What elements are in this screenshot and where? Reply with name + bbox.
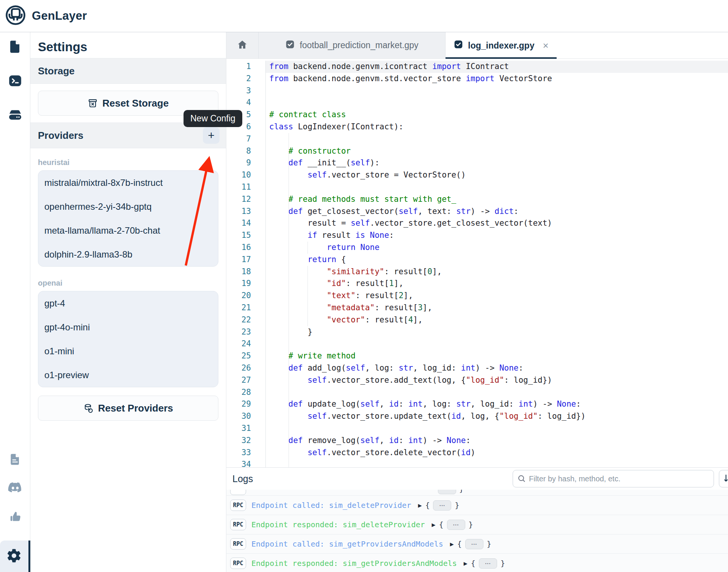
feedback-button[interactable] [6,509,24,526]
editor-tabbar: football_prediction_market.gpy log_index… [226,32,728,59]
indent-guide [308,242,308,254]
code-line-content: "metadata": result[3], [266,302,728,314]
model-item[interactable]: gpt-4o-mini [38,315,218,339]
indent-guide [289,302,289,314]
home-tab-button[interactable] [226,32,259,59]
logs-filter-input[interactable] [513,470,714,487]
code-line-content: if result is None: [266,229,728,242]
model-list-heuristai: mistralai/mixtral-8x7b-instruct openherm… [38,170,218,267]
indent-guide [289,459,289,467]
code-line-content: def remove_log(self, id: int) -> None: [266,435,728,447]
rpc-badge: RPC [230,519,246,530]
code-line: 25 # write method [226,350,728,362]
close-brace: } [455,501,459,510]
code-line-content: self.vector_store.update_text(id, log, {… [266,410,728,423]
tab-label: football_prediction_market.gpy [300,40,418,50]
code-line: 5# contract class [226,109,728,121]
log-row[interactable]: RPC Endpoint responded: sim_deleteProvid… [226,515,728,534]
code-line-content [266,85,728,97]
changelog-button[interactable] [6,452,24,468]
open-brace: { [457,539,462,548]
code-line: 17 return { [226,254,728,266]
code-line: 30 self.vector_store.update_text(id, log… [226,410,728,423]
model-item[interactable]: openhermes-2-yi-34b-gptq [38,195,218,218]
model-item[interactable]: mistralai/mixtral-8x7b-instruct [38,171,218,195]
collapsed-json-chip[interactable]: ... [479,558,497,569]
indent-guide [289,181,289,193]
line-number: 12 [226,193,266,206]
model-item[interactable]: dolphin-2.9-llama3-8b [38,242,218,266]
code-editor[interactable]: 1from backend.node.genvm.icontract impor… [226,59,728,467]
code-line: 1from backend.node.genvm.icontract impor… [226,61,728,73]
model-item[interactable]: o1-mini [38,339,218,363]
home-icon [237,39,248,52]
log-row[interactable]: RPC Endpoint called: sim_getProvidersAnd… [226,534,728,554]
line-number: 29 [226,398,266,410]
indent-guide [289,423,289,435]
code-line-content: } [266,326,728,338]
code-line: 18 "similarity": result[0], [226,266,728,278]
code-line-content: from backend.node.genvm.std.vector_store… [266,73,728,85]
code-line-content: self.vector_store.delete_vector(id) [266,447,728,459]
code-line: 14 result = self.vector_store.get_closes… [226,217,728,229]
expand-triangle-icon[interactable]: ▶ [450,541,454,547]
indent-guide [308,314,308,326]
indent-guide [289,374,289,387]
logs-title: Logs [232,473,253,484]
code-line-content: "text": result[2], [266,290,728,302]
model-item[interactable]: gpt-4 [38,291,218,315]
contracts-file-button[interactable] [6,39,24,56]
model-item[interactable]: o1-preview [38,363,218,387]
close-brace: } [500,559,505,568]
expand-triangle-icon[interactable]: ▶ [418,503,422,508]
tab-log-indexer[interactable]: log_indexer.gpy × [446,32,557,59]
code-line: 21 "metadata": result[3], [226,302,728,314]
collapsed-json-chip[interactable]: ... [465,539,483,549]
log-row-partial[interactable]: } [226,490,728,496]
indent-guide [289,387,289,399]
model-list-openai: gpt-4 gpt-4o-mini o1-mini o1-preview [38,291,218,387]
line-number: 14 [226,217,266,229]
expand-triangle-icon[interactable]: ▶ [432,522,436,528]
storage-section-header: Storage [30,58,226,84]
provider-group-openai: openai [38,279,218,288]
line-number: 31 [226,423,266,435]
code-line-content [266,423,728,435]
code-line: 2from backend.node.genvm.std.vector_stor… [226,73,728,85]
code-line: 7 [226,133,728,145]
code-line-content: # contract class [266,109,728,121]
log-message: Endpoint responded: sim_getProvidersAndM… [251,559,457,568]
storage-section-label: Storage [38,65,75,77]
close-tab-icon[interactable]: × [543,40,548,52]
closing-brace: } [459,490,464,493]
expand-triangle-icon[interactable]: ▶ [464,561,468,566]
code-line-content: "similarity": result[0], [266,266,728,278]
line-number: 9 [226,157,266,169]
terminal-button[interactable] [6,73,24,90]
drive-icon [7,107,23,124]
model-item[interactable]: meta-llama/llama-2-70b-chat [38,218,218,242]
new-config-button[interactable]: + [203,127,220,144]
close-brace: } [469,520,473,529]
tab-football-prediction-market[interactable]: football_prediction_market.gpy [259,32,446,59]
collapsed-json-chip[interactable]: ... [433,500,451,511]
code-line-content: from backend.node.genvm.icontract import… [266,61,728,73]
log-message: Endpoint responded: sim_deleteProvider [251,520,425,529]
log-row[interactable]: RPC Endpoint responded: sim_getProviders… [226,554,728,572]
log-row[interactable]: RPC Endpoint called: sim_deleteProvider … [226,496,728,515]
logs-sort-button[interactable] [719,470,728,487]
line-number: 7 [226,133,266,145]
indent-guide [289,290,289,302]
discord-button[interactable] [6,481,24,497]
settings-button[interactable] [0,541,30,572]
logs-panel: Logs } RPC Endpoint called: sim_del [226,467,728,572]
discord-icon [7,482,23,496]
collapsed-json-chip[interactable]: ... [447,520,465,530]
collapsed-json-chip[interactable] [438,490,456,494]
reset-providers-button[interactable]: Reset Providers [38,396,218,421]
indent-guide [289,193,289,206]
code-line: 22 "vector": result[4], [226,314,728,326]
code-line: 32 def remove_log(self, id: int) -> None… [226,435,728,447]
storage-drive-button[interactable] [6,107,24,124]
provider-group-heuristai: heuristai [38,158,218,167]
